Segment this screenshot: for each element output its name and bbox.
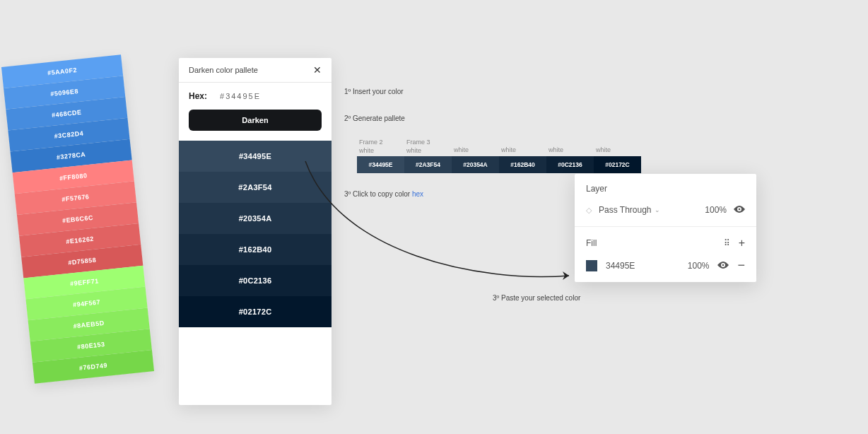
- fill-section: Fill ⠿ + 34495E 100% −: [575, 227, 756, 282]
- frame-header-1b: white: [359, 147, 383, 156]
- droplet-icon: ◇: [586, 206, 592, 215]
- result-swatch[interactable]: #34495E: [179, 141, 332, 172]
- style-icon[interactable]: ⠿: [724, 238, 729, 248]
- fill-section-title: Fill: [586, 238, 597, 248]
- remove-fill-icon[interactable]: −: [737, 263, 745, 268]
- frame-header-1: Frame 2 white: [359, 139, 383, 155]
- plugin-title: Darken color pallete: [189, 66, 258, 74]
- fill-opacity[interactable]: 100%: [688, 261, 710, 271]
- eye-icon[interactable]: [717, 259, 729, 272]
- frame-header-4: white: [501, 146, 516, 155]
- inspector-panel: Layer ◇ Pass Through ⌄ 100% Fill ⠿ + 344…: [575, 174, 756, 282]
- close-icon[interactable]: ✕: [313, 65, 322, 75]
- fill-swatch[interactable]: [586, 260, 597, 271]
- frame-header-5: white: [549, 146, 563, 155]
- result-swatch[interactable]: #2A3F54: [179, 172, 332, 203]
- frame-header-2a: Frame 3: [406, 139, 430, 147]
- layer-section: Layer ◇ Pass Through ⌄ 100%: [575, 174, 756, 227]
- eye-icon[interactable]: [734, 204, 745, 216]
- hex-label: Hex:: [189, 91, 207, 101]
- tilted-palette: #5AA0F2#5096E8#468CDE#3C82D4#3278CA#FF80…: [1, 54, 154, 383]
- svg-point-1: [722, 264, 725, 266]
- step-3-link[interactable]: hex: [412, 190, 423, 198]
- hex-input[interactable]: #34495E: [220, 92, 261, 100]
- result-swatch[interactable]: #0C2136: [179, 265, 332, 296]
- result-swatch[interactable]: #162B40: [179, 234, 332, 265]
- plugin-panel: Darken color pallete ✕ Hex: #34495E Dark…: [179, 58, 332, 405]
- svg-point-0: [739, 209, 741, 211]
- fill-row: 34495E 100% −: [586, 259, 745, 272]
- step-2-label: 2º Generate pallete: [344, 115, 405, 122]
- frame-header-6: white: [596, 146, 611, 155]
- plugin-header: Darken color pallete ✕: [179, 58, 332, 83]
- add-fill-icon[interactable]: +: [739, 237, 745, 250]
- blend-mode-label: Pass Through: [599, 205, 652, 215]
- darken-button[interactable]: Darken: [189, 110, 322, 131]
- plugin-footer: [179, 327, 332, 405]
- frame-header-1a: Frame 2: [359, 139, 383, 147]
- darken-button-label: Darken: [242, 116, 268, 124]
- result-swatch[interactable]: #02172C: [179, 296, 332, 327]
- arrow-icon: [297, 156, 587, 297]
- step-1-label: 1º Insert your color: [344, 88, 404, 95]
- frame-chip[interactable]: #2A3F54: [404, 156, 452, 173]
- blend-mode-row: ◇ Pass Through ⌄ 100%: [586, 204, 745, 216]
- result-list: #34495E#2A3F54#20354A#162B40#0C2136#0217…: [179, 141, 332, 327]
- layer-opacity[interactable]: 100%: [705, 205, 727, 215]
- step-4-label: 3º Paste your selected color: [493, 294, 580, 302]
- frame-chip[interactable]: #20354A: [452, 156, 499, 173]
- blend-mode-select[interactable]: Pass Through ⌄: [599, 205, 698, 215]
- hex-row: Hex: #34495E: [179, 83, 332, 110]
- frame-chip[interactable]: #162B40: [499, 156, 546, 173]
- fill-hex-input[interactable]: 34495E: [606, 261, 679, 271]
- chips-row: #34495E#2A3F54#20354A#162B40#0C2136#0217…: [357, 156, 641, 173]
- step-3-label: 3º Click to copy color hex: [344, 190, 423, 198]
- frame-header-2b: white: [406, 147, 430, 156]
- fill-header: Fill ⠿ +: [586, 237, 745, 250]
- step-3-prefix: 3º Click to copy color: [344, 190, 412, 198]
- frame-chip[interactable]: #02172C: [594, 156, 641, 173]
- frame-chip[interactable]: #0C2136: [546, 156, 594, 173]
- frame-chip[interactable]: #34495E: [357, 156, 404, 173]
- chevron-down-icon: ⌄: [655, 206, 660, 213]
- frame-header-3: white: [454, 146, 469, 155]
- frame-header-2: Frame 3 white: [406, 139, 430, 155]
- layer-section-title: Layer: [586, 184, 745, 194]
- result-swatch[interactable]: #20354A: [179, 203, 332, 234]
